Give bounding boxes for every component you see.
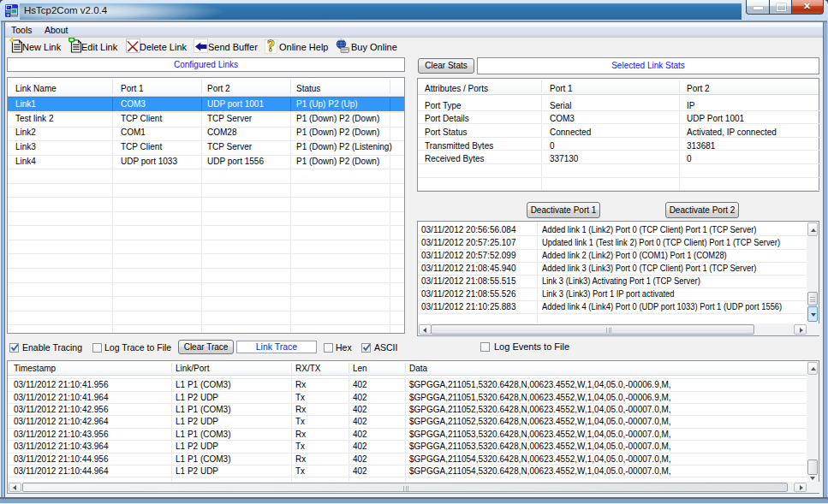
svg-text:?: ? — [267, 39, 275, 54]
